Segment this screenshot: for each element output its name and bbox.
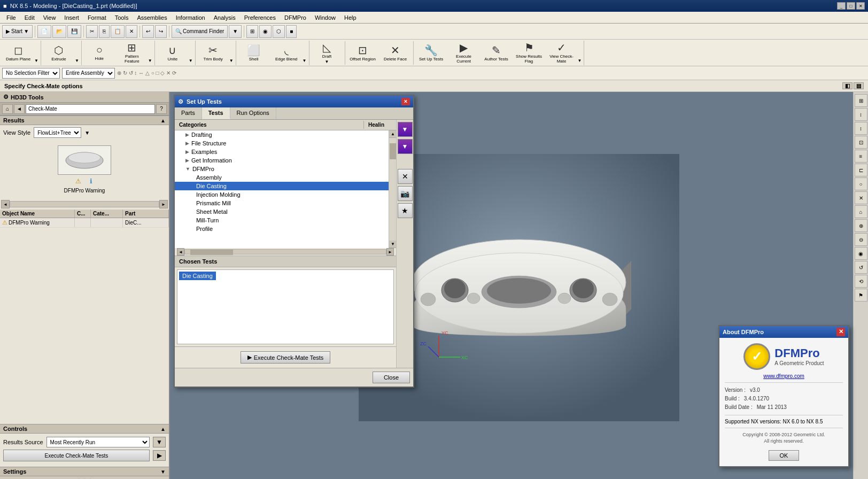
scroll-left-btn[interactable]: ◄ <box>1 200 10 208</box>
redo-btn[interactable]: ↪ <box>155 25 167 38</box>
execute-icon-btn[interactable]: ▶ <box>153 450 166 461</box>
view-checkmate-dropdown[interactable]: ▼ <box>578 58 582 63</box>
nav-back-btn[interactable]: ◄ <box>14 104 25 114</box>
copy-btn[interactable]: ⎘ <box>99 25 110 38</box>
tree-scroll-up-btn[interactable]: ▲ <box>389 130 397 138</box>
tree-die-casting[interactable]: Die Casting <box>175 182 389 190</box>
menu-window[interactable]: Window <box>311 13 340 22</box>
trim-dropdown[interactable]: ▼ <box>229 58 234 63</box>
menu-file[interactable]: File <box>2 13 20 22</box>
about-ok-btn[interactable]: OK <box>769 450 800 461</box>
right-icon-15[interactable]: ⚑ <box>855 289 867 302</box>
results-collapse-btn[interactable]: ▲ <box>160 118 166 123</box>
execute-current-btn[interactable]: ▶ Execute Current <box>448 41 480 65</box>
nav-home-btn[interactable]: ⌂ <box>2 104 13 114</box>
menu-assemblies[interactable]: Assemblies <box>133 13 171 22</box>
title-bar-right[interactable]: _ □ ✕ <box>837 2 865 10</box>
selection-filter-select[interactable]: No Selection Filter <box>2 68 60 79</box>
edge-blend-dropdown[interactable]: ▼ <box>303 58 307 63</box>
tab-run-options[interactable]: Run Options <box>230 107 276 119</box>
about-close-btn[interactable]: ✕ <box>836 328 845 336</box>
extrude-dropdown[interactable]: ▼ <box>75 58 79 63</box>
extrude-btn[interactable]: ⬡ Extrude <box>43 41 75 65</box>
execute-check-mate-btn[interactable]: Execute Check-Mate Tests <box>3 450 150 461</box>
delete-btn[interactable]: ✕ <box>126 25 137 38</box>
unite-btn[interactable]: ∪ Unite <box>157 41 189 65</box>
setup-close-bottom-btn[interactable]: Close <box>373 372 410 383</box>
side-btn-add[interactable]: ▼ <box>398 122 413 137</box>
view-btn-4[interactable]: ■ <box>286 25 297 38</box>
open-btn[interactable]: 📂 <box>52 25 66 38</box>
tree-file-structure[interactable]: ▶ File Structure <box>175 139 389 148</box>
datum-plane-dropdown[interactable]: ▼ <box>34 58 38 63</box>
right-icon-3[interactable]: ↕ <box>855 122 867 135</box>
controls-collapse-btn[interactable]: ▲ <box>160 426 166 432</box>
shell-btn[interactable]: ⬜ Shell <box>238 41 270 65</box>
minimize-btn[interactable]: _ <box>837 2 846 10</box>
execute-checkmate-dialog-btn[interactable]: ▶ Execute Check-Mate Tests <box>241 351 331 364</box>
cut-btn[interactable]: ✂ <box>86 25 98 38</box>
view-style-dropdown[interactable]: ▼ <box>84 130 90 136</box>
table-row[interactable]: ⚠ DFMPro Warning DieC... <box>0 218 169 228</box>
view-check-mate-btn[interactable]: ✓ View Check-Mate <box>546 41 578 65</box>
right-icon-13[interactable]: ↺ <box>855 261 867 274</box>
tree-drafting[interactable]: ▶ Drafting <box>175 130 389 139</box>
show-results-flag-btn[interactable]: ⚑ Show Results Flag <box>513 41 545 65</box>
author-tests-btn[interactable]: ✎ Author Tests <box>480 41 513 65</box>
tree-examples[interactable]: ▶ Examples <box>175 148 389 156</box>
view-btn-3[interactable]: ⬡ <box>273 25 285 38</box>
right-icon-12[interactable]: ◉ <box>855 247 867 260</box>
scroll-track-results[interactable] <box>10 201 159 207</box>
menu-insert[interactable]: Insert <box>60 13 83 22</box>
nav-help-btn[interactable]: ? <box>156 104 167 114</box>
side-btn-remove[interactable]: ✕ <box>398 169 413 184</box>
menu-dfmpro[interactable]: DFMPro <box>280 13 311 22</box>
datum-plane-btn[interactable]: ◻ Datum Plane <box>2 41 34 65</box>
tree-mill-turn[interactable]: Mill-Turn <box>175 216 389 225</box>
menu-help[interactable]: Help <box>340 13 361 22</box>
close-btn[interactable]: ✕ <box>856 2 865 10</box>
right-icon-1[interactable]: ⊞ <box>855 94 867 107</box>
trim-body-btn[interactable]: ✂ Trim Body <box>197 41 229 65</box>
view-style-select[interactable]: FlowList+Tree <box>34 127 81 138</box>
right-icon-2[interactable]: ↕ <box>855 108 867 121</box>
view-btn-2[interactable]: ◉ <box>259 25 272 38</box>
tree-dfmpro[interactable]: ▼ DFMPro <box>175 165 389 173</box>
right-icon-11[interactable]: ⊖ <box>855 233 867 246</box>
tab-tests[interactable]: Tests <box>202 107 230 119</box>
specify-icon-1[interactable]: ◧ <box>842 82 852 89</box>
view-btn-1[interactable]: ⊞ <box>246 25 258 38</box>
undo-btn[interactable]: ↩ <box>142 25 154 38</box>
command-finder-dropdown[interactable]: ▼ <box>229 25 242 38</box>
right-icon-10[interactable]: ⊕ <box>855 219 867 232</box>
tree-injection-molding[interactable]: Injection Molding <box>175 190 389 199</box>
tab-parts[interactable]: Parts <box>175 107 202 119</box>
menu-tools[interactable]: Tools <box>111 13 133 22</box>
results-source-dropdown[interactable]: ▼ <box>153 437 166 447</box>
tree-profile[interactable]: Profile <box>175 225 389 233</box>
specify-icon-2[interactable]: ▤ <box>854 82 864 89</box>
draft-btn[interactable]: ◺ Draft ▼ <box>311 41 343 65</box>
set-up-tests-btn[interactable]: 🔧 Set Up Tests <box>415 41 447 65</box>
start-btn[interactable]: ▶ Start ▼ <box>2 25 33 38</box>
tree-hscroll-right-btn[interactable]: ► <box>386 248 394 256</box>
pattern-feature-btn[interactable]: ⊞ Pattern Feature <box>116 41 148 65</box>
hole-btn[interactable]: ○ Hole <box>83 41 115 65</box>
scroll-right-btn[interactable]: ► <box>159 200 168 208</box>
right-icon-8[interactable]: ✕ <box>855 191 867 204</box>
menu-preferences[interactable]: Preferences <box>240 13 280 22</box>
setup-close-btn[interactable]: ✕ <box>401 98 410 105</box>
chosen-die-casting[interactable]: Die Casting <box>179 272 216 280</box>
preview-info-icon[interactable]: ℹ <box>86 177 96 186</box>
right-icon-6[interactable]: ⊏ <box>855 164 867 176</box>
side-btn-down[interactable]: ▼ <box>398 139 413 154</box>
pattern-dropdown[interactable]: ▼ <box>148 58 152 63</box>
preview-warning-icon[interactable]: ⚠ <box>73 177 83 186</box>
command-finder-btn[interactable]: 🔍 Command Finder <box>172 25 228 38</box>
tree-hscroll-track[interactable] <box>184 249 386 254</box>
assembly-filter-select[interactable]: Entire Assembly <box>62 68 115 79</box>
draft-dropdown[interactable]: ▼ <box>325 59 329 64</box>
right-icon-5[interactable]: ≡ <box>855 150 867 163</box>
menu-information[interactable]: Information <box>172 13 210 22</box>
right-icon-9[interactable]: ⌂ <box>855 205 867 218</box>
